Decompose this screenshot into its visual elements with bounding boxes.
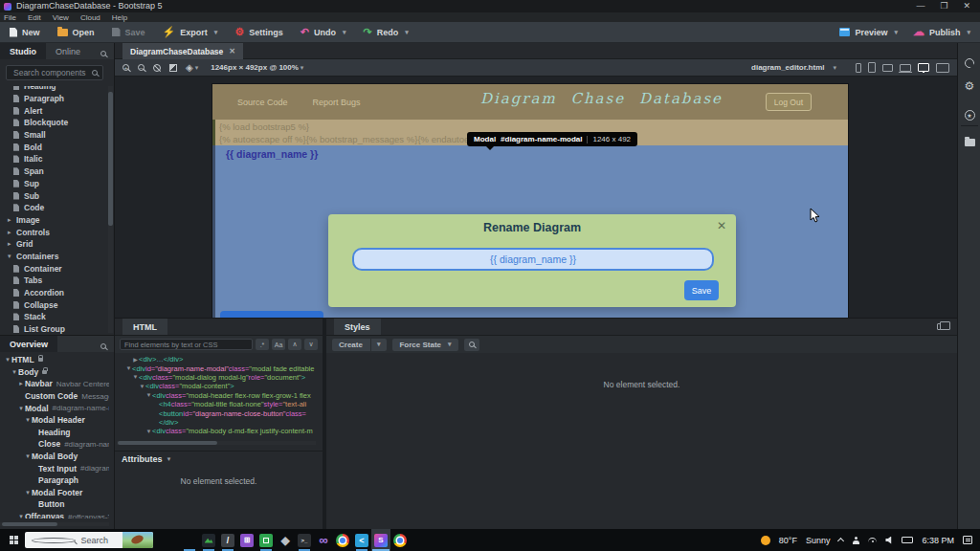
component-controls[interactable]: ▸Controls [0,226,108,238]
preview-button[interactable]: Preview▾ [839,28,898,37]
search-highlight-image[interactable] [122,532,153,548]
taskbar-app-terminal[interactable]: >_ [295,529,314,551]
taskbar-app-task-view[interactable] [161,529,180,551]
zoom-out-icon[interactable]: − [138,64,145,71]
nav-link[interactable]: Report Bugs [313,98,361,107]
html-tree-line[interactable]: <h4 class="modal-title float-none" style… [115,400,316,408]
menu-cloud[interactable]: Cloud [80,13,100,22]
component-span[interactable]: Span [0,165,108,178]
open-button[interactable]: Open [57,28,95,37]
large-display-icon[interactable] [936,63,949,73]
html-tree-line[interactable]: ▼<div class="modal-header flex-row flex-… [115,391,316,400]
case-toggle[interactable]: Aa [272,339,285,350]
component-heading[interactable]: Heading [0,86,108,93]
preview-navbar[interactable]: Source Code Report Bugs Diagram Chase Da… [212,84,848,120]
taskbar-app-purple[interactable]: ⊞ [237,529,256,551]
html-hscrollbar[interactable] [117,441,316,445]
overview-node-close[interactable]: Close#diagram-name-clo [0,438,109,451]
tab-html[interactable]: HTML [122,319,167,335]
search-icon[interactable] [100,43,106,60]
preview-body[interactable]: {{ diagram_name }} Rename Diagram ✕ Save [212,145,848,318]
component-grid[interactable]: ▸Grid [0,238,108,251]
minimize-icon[interactable]: — [916,0,924,12]
overview-node-modal[interactable]: ▾Modal#diagram-name-mod [0,402,109,414]
layers-icon[interactable]: ◈▾ [186,62,198,73]
modal-close-icon[interactable]: ✕ [717,219,726,232]
component-small[interactable]: Small [0,129,108,142]
component-list-group[interactable]: List Group [0,323,108,335]
panel-expand-icon[interactable] [937,323,946,330]
find-prev-button[interactable]: ∧ [288,339,301,350]
overview-node-modal-header[interactable]: ▾Modal Header [0,414,109,427]
regex-toggle[interactable]: .* [256,339,269,350]
component-collapse[interactable]: Collapse [0,298,108,311]
user-icon[interactable] [852,537,859,544]
tab-styles[interactable]: Styles [334,319,381,335]
clipped-button[interactable] [220,311,323,318]
taskbar-app-explorer[interactable] [180,529,199,551]
component-sub[interactable]: Sub [0,189,108,202]
taskbar-app-diamond[interactable]: ◆ [276,529,295,551]
html-tree-line[interactable]: ▼<div class="modal-dialog modal-lg" role… [115,373,316,382]
laptop-icon[interactable] [900,64,911,72]
desktop-icon[interactable] [918,63,929,72]
contrast-icon[interactable] [169,64,177,72]
publish-button[interactable]: ☁Publish▾ [913,27,970,37]
resources-icon[interactable]: ★ [958,104,980,121]
overview-node-paragraph[interactable]: Paragraph [0,474,109,487]
weather-temp[interactable]: 80°F [779,536,797,545]
taskbar-app-slash[interactable]: / [218,529,237,551]
start-button-icon[interactable] [10,536,13,540]
html-tree-line[interactable]: </div> [115,418,316,427]
tray-chevron-icon[interactable] [837,538,844,544]
notification-icon[interactable] [963,536,972,544]
overview-node-heading[interactable]: Heading [0,427,109,439]
component-search[interactable] [6,65,103,80]
component-container[interactable]: Container [0,262,108,275]
tablet-landscape-icon[interactable] [882,64,893,72]
component-accordion[interactable]: Accordion [0,287,108,299]
rename-diagram-modal[interactable]: Rename Diagram ✕ Save [328,214,736,307]
component-stack[interactable]: Stack [0,311,108,323]
create-style-button[interactable]: Create ▾ [332,339,387,351]
attributes-header[interactable]: Attributes ▼ [115,451,323,466]
overview-node-html[interactable]: ▾HTML [0,354,109,366]
overview-node-button[interactable]: Button [0,498,109,511]
force-state-button[interactable]: Force State ▾ [392,339,457,351]
component-bold[interactable]: Bold [0,141,108,153]
overview-node-custom-code[interactable]: Custom CodeMessages [0,390,109,403]
overview-node-modal-body[interactable]: ▾Modal Body [0,451,109,463]
search-icon[interactable] [100,336,106,353]
taskbar-app-green[interactable] [256,529,276,551]
html-tree-line[interactable]: <input id="diagram-name-input" class="fo… [115,436,316,437]
undo-button[interactable]: ↶Undo▾ [301,27,346,37]
network-icon[interactable] [868,538,877,542]
volume-icon[interactable] [885,537,893,544]
save-button[interactable]: Save [684,280,719,300]
gear-icon[interactable]: ⚙ [958,79,980,93]
canvas-dimensions[interactable]: 1246px × 492px @ 100% [211,63,299,72]
page-caret-icon[interactable]: ▾ [833,64,836,72]
html-tree-line[interactable]: <button id="diagram-name-close-button" c… [115,408,316,417]
component-sup[interactable]: Sup [0,178,108,190]
overview-node-text-input[interactable]: Text Input#diagram-nam [0,462,109,474]
tab-studio[interactable]: Studio [0,43,46,59]
zoom-in-icon[interactable]: + [122,64,129,71]
taskbar-search[interactable]: Search [25,532,153,548]
html-tree-line[interactable]: ▼<div id="diagram-name-modal" class="mod… [115,364,316,372]
tab-overview[interactable]: Overview [0,336,57,352]
html-tree-line[interactable]: ▶<div>…</div> [115,355,316,364]
keyboard-icon[interactable] [902,537,913,543]
taskbar-app-photos[interactable] [199,529,218,551]
clock[interactable]: 6:38 PM [922,536,954,545]
component-tabs[interactable]: Tabs [0,275,108,287]
component-search-input[interactable] [11,67,92,78]
page-preview[interactable]: Source Code Report Bugs Diagram Chase Da… [212,84,848,318]
taskbar-app-bstudio[interactable]: S [371,529,390,551]
menu-edit[interactable]: Edit [28,13,41,22]
new-button[interactable]: New [10,28,40,37]
page-selector[interactable]: diagram_editor.html [751,63,824,72]
export-button[interactable]: ⚡Export▾ [163,27,218,37]
close-icon[interactable]: ✕ [963,0,970,12]
document-tab[interactable]: DiagramChaseDatabase ✕ [122,43,243,59]
